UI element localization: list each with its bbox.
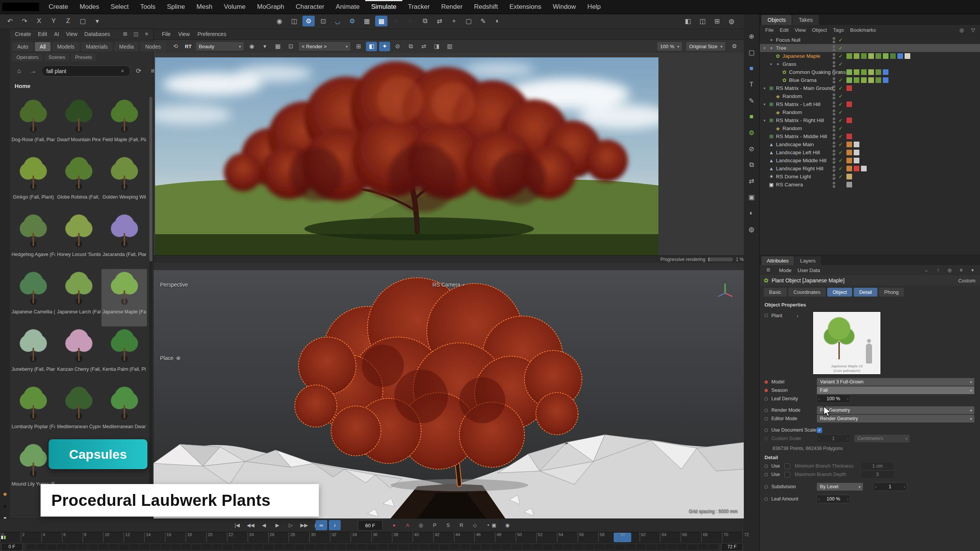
keyframe-circle[interactable] [764, 497, 768, 501]
range-start-input[interactable] [1, 543, 23, 551]
enabled-check-icon[interactable]: ✓ [837, 109, 844, 115]
next-frame-button[interactable]: ▷ [285, 520, 297, 530]
asset-scrollbar[interactable] [149, 97, 152, 516]
menu-item[interactable]: Simulate [365, 0, 402, 14]
section-tab[interactable]: Detail [854, 288, 877, 297]
visibility-dots[interactable] [833, 174, 835, 180]
quantize-icon[interactable]: ⚙ [346, 16, 358, 26]
enabled-check-icon[interactable]: ✓ [837, 61, 844, 67]
text-tool-icon[interactable]: T [745, 79, 758, 90]
asset-item[interactable]: Globe Robinia (Fall, Pl... [56, 154, 102, 212]
earth-icon[interactable]: ◐ [492, 16, 504, 26]
keyframe-circle[interactable] [764, 397, 768, 401]
menu-item[interactable]: Help [581, 0, 606, 14]
asset-subtab[interactable]: Operators [12, 53, 43, 61]
cube-primitive-icon[interactable]: ■ [745, 63, 758, 74]
redo-icon[interactable]: ↷ [18, 16, 31, 26]
visibility-dots[interactable] [833, 109, 835, 116]
keyframe-marker[interactable] [4, 536, 6, 539]
solo-icon[interactable]: ◉ [501, 520, 513, 530]
dropdown-icon[interactable]: ▾ [968, 267, 977, 274]
keyframe-circle[interactable] [764, 314, 768, 317]
enabled-check-icon[interactable]: ✓ [837, 126, 844, 131]
crop-icon[interactable]: ⊡ [285, 42, 296, 51]
section-tab[interactable]: Phong [879, 288, 904, 297]
environment-icon[interactable]: ◐ [745, 207, 758, 219]
tag-icons[interactable] [846, 85, 853, 91]
subdivision-field[interactable]: ‹ 1 › [873, 483, 907, 491]
color-palette-icon[interactable]: ◆ [0, 490, 10, 497]
enabled-check-icon[interactable]: ✓ [837, 117, 844, 123]
guide-lock-icon[interactable]: ◌ [404, 16, 416, 26]
custom-scale-unit-dropdown[interactable]: Centimeters ▾ [854, 434, 910, 443]
expand-arrow-icon[interactable]: ▾ [761, 86, 768, 90]
filter-icon[interactable]: ◨ [431, 42, 442, 51]
record-rotation-icon[interactable]: R [456, 520, 467, 530]
enabled-check-icon[interactable]: ✓ [837, 101, 844, 107]
visibility-dots[interactable] [833, 45, 835, 51]
visibility-dots[interactable] [833, 158, 835, 164]
custom-scale-field[interactable]: ‹ 1 › [817, 434, 850, 443]
render-view-menu-item[interactable]: View [175, 31, 193, 37]
camera-key-icon[interactable]: ▣ [488, 520, 500, 530]
panel-menu-icon[interactable]: ≡ [764, 266, 773, 274]
object-row-focus-null[interactable]: +Focus Null✓ [760, 36, 980, 44]
subdivision-surface-icon[interactable]: ■ [745, 111, 758, 122]
asset-tab[interactable]: Auto [12, 42, 33, 51]
compare-history-icon[interactable]: ⟲ [170, 42, 181, 51]
asset-item[interactable]: Mediterranean Dwarf ... [101, 384, 147, 441]
home-icon[interactable]: ⌂ [13, 66, 25, 77]
object-row-grass[interactable]: ▾+Grass✓ [760, 60, 980, 68]
section-tab[interactable]: Object [827, 288, 853, 297]
user-data-menu[interactable]: User Data [798, 267, 820, 273]
asset-item[interactable]: Ginkgo (Fall, Plant) [11, 154, 56, 212]
enabled-check-icon[interactable]: ✓ [837, 37, 844, 43]
expand-arrow-icon[interactable]: ▾ [768, 62, 774, 66]
render-view-menu-item[interactable]: File [158, 31, 174, 37]
attribute-tab[interactable]: Attributes [761, 256, 794, 265]
goto-start-button[interactable]: |◀ [231, 520, 243, 530]
camera-icon[interactable]: ▣ [745, 191, 758, 203]
menu-item[interactable]: Tracker [402, 0, 436, 14]
keyframe-circle[interactable] [764, 409, 768, 412]
visibility-dots[interactable] [833, 182, 835, 188]
object-row-rs-matrix-middle-hill[interactable]: ⊞RS Matrix - Middle Hill✓ [760, 132, 980, 140]
asset-menu-item[interactable]: Create [11, 31, 34, 37]
panel-menu-icon[interactable]: ≡ [957, 267, 965, 274]
spinner-right-icon[interactable]: › [847, 397, 848, 401]
object-row-rs-matrix-right-hill[interactable]: ▾⊞RS Matrix - Right Hill✓ [760, 116, 980, 124]
keyframe-circle[interactable] [764, 417, 768, 421]
back-icon[interactable]: ← [922, 267, 931, 274]
menu-item[interactable]: Create [43, 0, 74, 14]
asset-item[interactable]: Kanzan Cherry (Fall, Pl... [56, 326, 102, 384]
dither-icon[interactable]: ▦ [272, 42, 283, 51]
object-row-blue-grama[interactable]: ✿Blue Grama✓ [760, 76, 980, 84]
min-branch-field[interactable]: 1 cm [861, 462, 894, 470]
tag-icons[interactable] [846, 133, 853, 140]
asset-item[interactable]: Field Maple (Fall, Plant) [101, 97, 147, 154]
tag-icons[interactable] [846, 157, 860, 164]
interactive-region-icon[interactable]: ⊡ [317, 16, 329, 26]
asset-item[interactable]: Honey Locust 'Sunbur... [56, 212, 102, 269]
object-row-rs-matrix-main-ground[interactable]: ▾⊞RS Matrix - Main Ground✓ [760, 84, 980, 92]
asset-item[interactable]: Japanese Larch (Fall, ... [56, 269, 102, 326]
object-row-landscape-left-hill[interactable]: ▲Landscape Left Hill✓ [760, 148, 980, 156]
visibility-dots[interactable] [833, 77, 835, 83]
object-row-landscape-main[interactable]: ▲Landscape Main✓ [760, 140, 980, 148]
asset-item[interactable]: Juneberry (Fall, Plant) [11, 326, 56, 384]
spinner-left-icon[interactable]: ‹ [818, 397, 820, 401]
forward-icon[interactable]: → [27, 66, 39, 77]
keyframe-circle[interactable] [764, 485, 768, 489]
loop-toggle-icon[interactable]: ∞ [315, 520, 327, 530]
spinner-left-icon[interactable]: ‹ [818, 497, 820, 501]
model-dropdown[interactable]: Variant 3 Full-Grown ▾ [817, 378, 975, 386]
asset-menu-item[interactable]: AI [51, 31, 62, 37]
channel-dropdown-icon[interactable]: ▾ [259, 42, 270, 51]
spinner-left-icon[interactable]: ‹ [818, 437, 820, 441]
custom-preset-label[interactable]: Custom [958, 278, 975, 284]
object-row-random[interactable]: ◈Random✓ [760, 124, 980, 132]
object-row-rs-matrix-left-hill[interactable]: ▾⊞RS Matrix - Left Hill✓ [760, 100, 980, 108]
visibility-dots[interactable] [833, 134, 835, 140]
expand-arrow-icon[interactable]: ▾ [761, 102, 768, 106]
asset-subtab[interactable]: Presets [71, 53, 96, 61]
